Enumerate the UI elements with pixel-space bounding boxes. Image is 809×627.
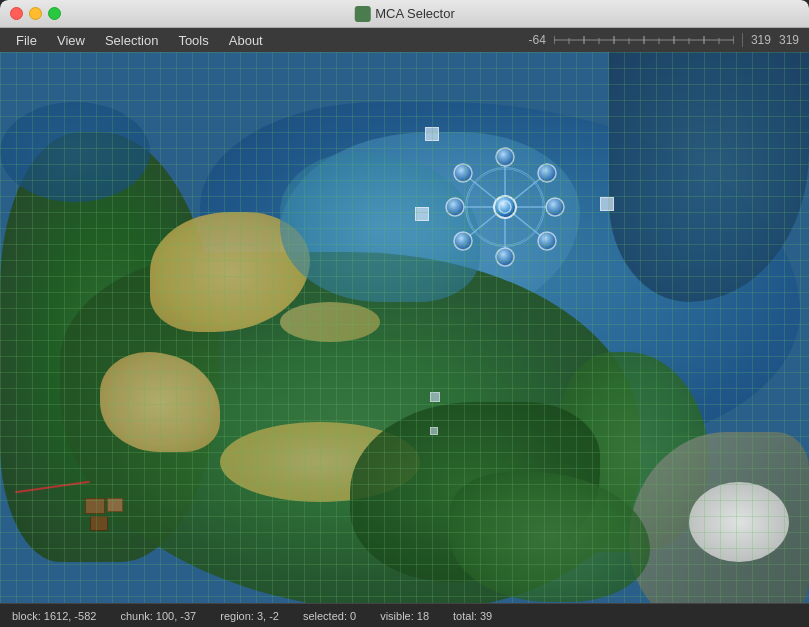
building-3 [90, 516, 108, 531]
coordinate-display: -64 319 319 [529, 33, 799, 47]
building-1 [85, 498, 105, 514]
minimize-button[interactable] [29, 7, 42, 20]
structure-container [445, 147, 565, 267]
menu-selection[interactable]: Selection [97, 31, 166, 50]
coord-x: 319 [751, 33, 771, 47]
status-total: total: 39 [453, 610, 492, 622]
menu-tools[interactable]: Tools [170, 31, 216, 50]
app-icon [354, 6, 370, 22]
biome-mountain-snow [689, 482, 789, 562]
ruler [554, 34, 734, 46]
svg-point-28 [454, 232, 472, 250]
svg-point-27 [496, 248, 514, 266]
building-2 [107, 498, 123, 512]
svg-point-23 [496, 148, 514, 166]
title-bar: MCA Selector [0, 0, 809, 28]
status-visible: visible: 18 [380, 610, 429, 622]
window-controls [10, 7, 61, 20]
svg-point-31 [494, 196, 516, 218]
status-block: block: 1612, -582 [12, 610, 96, 622]
menu-bar: File View Selection Tools About -64 [0, 28, 809, 52]
status-region: region: 3, -2 [220, 610, 279, 622]
svg-point-26 [538, 232, 556, 250]
svg-point-25 [546, 198, 564, 216]
status-bar: block: 1612, -582 chunk: 100, -37 region… [0, 603, 809, 627]
menu-about[interactable]: About [221, 31, 271, 50]
small-struct-2 [415, 207, 429, 221]
maximize-button[interactable] [48, 7, 61, 20]
building-cluster [85, 498, 135, 533]
small-struct-1 [425, 127, 439, 141]
title-text: MCA Selector [375, 6, 454, 21]
menu-file[interactable]: File [8, 31, 45, 50]
coord-negative: -64 [529, 33, 546, 47]
window-title: MCA Selector [354, 6, 454, 22]
coord-separator [742, 33, 743, 47]
menu-view[interactable]: View [49, 31, 93, 50]
small-struct-3 [600, 197, 614, 211]
small-struct-5 [430, 427, 438, 435]
svg-point-24 [538, 164, 556, 182]
status-chunk: chunk: 100, -37 [120, 610, 196, 622]
close-button[interactable] [10, 7, 23, 20]
coord-y: 319 [779, 33, 799, 47]
svg-point-29 [446, 198, 464, 216]
svg-point-30 [454, 164, 472, 182]
structure-svg [445, 147, 565, 267]
status-selected: selected: 0 [303, 610, 356, 622]
biome-sand-4 [280, 302, 380, 342]
biome-water-tl [0, 102, 150, 202]
small-struct-4 [430, 392, 440, 402]
map-canvas[interactable] [0, 52, 809, 603]
map-area[interactable] [0, 52, 809, 603]
